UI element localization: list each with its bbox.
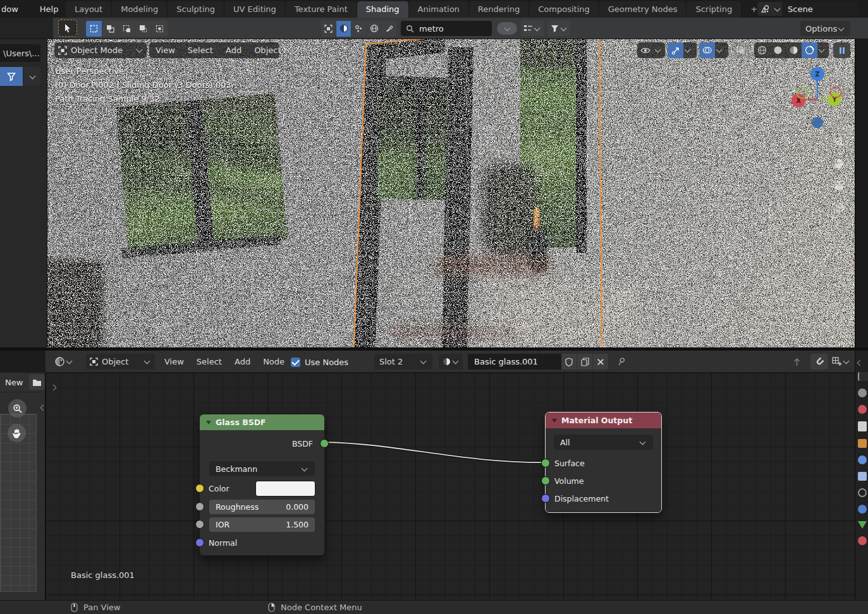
tab-uv-editing[interactable]: UV Editing — [224, 1, 286, 18]
roughness-slider[interactable]: Roughness 0.000 — [209, 500, 315, 514]
tab-object-icon[interactable] — [858, 472, 867, 481]
distribution-dropdown[interactable]: Beckmann — [209, 461, 315, 476]
tab-shading[interactable]: Shading — [357, 1, 409, 18]
filter-button[interactable] — [547, 21, 570, 36]
gizmo-neg-z-axis[interactable] — [812, 117, 823, 128]
select-subtract-button[interactable] — [119, 21, 135, 37]
color-input-socket[interactable] — [195, 484, 204, 493]
fake-user-button[interactable] — [561, 354, 577, 370]
cursor-tool-button[interactable] — [58, 20, 77, 37]
material-slot-selector[interactable]: Slot 2 — [374, 354, 432, 370]
filter-toggle-button[interactable] — [0, 67, 23, 86]
tab-data-icon[interactable] — [858, 521, 867, 529]
xray-toggle[interactable] — [732, 42, 749, 58]
mode-selector[interactable]: Object Mode — [54, 42, 147, 58]
color-swatch[interactable] — [255, 481, 315, 497]
tab-viewlayer-icon[interactable] — [858, 421, 867, 431]
menu-view[interactable]: View — [149, 45, 181, 55]
select-intersect-button[interactable] — [152, 21, 168, 37]
image-new-button[interactable]: New — [0, 378, 28, 387]
gizmo-neg-x-axis[interactable] — [830, 87, 842, 99]
tab-sculpting[interactable]: Sculpting — [168, 1, 224, 18]
select-invert-button[interactable] — [135, 21, 151, 37]
select-set-button[interactable] — [86, 21, 102, 37]
shading-material-button[interactable] — [786, 42, 802, 58]
visibility-dropdown[interactable] — [637, 42, 665, 58]
tab-modifier-icon[interactable] — [858, 488, 867, 497]
tab-render-icon[interactable] — [858, 388, 867, 397]
normal-input-socket[interactable] — [195, 538, 204, 547]
zoom-control[interactable] — [830, 133, 849, 152]
shader-type-selector[interactable]: Object — [86, 354, 155, 370]
shading-rendered-button[interactable] — [802, 42, 817, 58]
menu-add[interactable]: Add — [219, 45, 248, 55]
menu-select[interactable]: Select — [181, 45, 219, 55]
new-material-button[interactable] — [577, 354, 592, 370]
displacement-input-socket[interactable] — [541, 494, 550, 503]
image-zoom-gizmo[interactable] — [8, 399, 27, 418]
viewport-3d[interactable]: Object Mode View Select Add Object — [47, 39, 855, 347]
filepath-field[interactable]: \Users\... — [0, 44, 40, 62]
menu-select[interactable]: Select — [190, 357, 228, 366]
menu-add[interactable]: Add — [228, 357, 257, 366]
filter-options-chevron[interactable] — [24, 67, 40, 86]
gizmos-toggle[interactable] — [668, 42, 683, 58]
camera-view-control[interactable] — [830, 174, 849, 197]
tab-tool-icon[interactable] — [858, 372, 868, 381]
gizmo-dropdown[interactable] — [668, 42, 697, 58]
select-extend-button[interactable] — [102, 21, 118, 37]
snapping-button[interactable] — [810, 354, 828, 370]
unlink-material-button[interactable] — [593, 354, 608, 370]
gizmo-z-axis[interactable]: Z — [810, 67, 824, 81]
pan-control[interactable] — [830, 152, 849, 174]
editor-type-button[interactable] — [54, 354, 73, 370]
properties-expand-arrow[interactable] — [857, 360, 864, 366]
tab-animation[interactable]: Animation — [409, 1, 469, 18]
collapse-icon[interactable] — [552, 419, 557, 423]
tab-world-icon[interactable] — [858, 455, 867, 464]
shading-wireframe-button[interactable] — [754, 42, 770, 58]
go-to-parent-button[interactable] — [789, 354, 804, 370]
window-menu[interactable]: dow — [0, 4, 25, 14]
menu-node[interactable]: Node — [257, 357, 291, 366]
tab-compositing[interactable]: Compositing — [529, 1, 599, 18]
region-collapse-arrow[interactable] — [40, 405, 47, 411]
overlays-toggle[interactable] — [699, 42, 715, 58]
tab-scene-icon[interactable] — [858, 439, 867, 448]
roughness-input-socket[interactable] — [195, 502, 204, 511]
tab-physics-icon[interactable] — [858, 505, 867, 514]
scene-name-field[interactable]: Scene — [782, 2, 859, 16]
surface-input-socket[interactable] — [541, 459, 550, 467]
material-name-field[interactable]: Basic glass.001 — [468, 354, 561, 370]
filter-object-icon[interactable] — [321, 21, 336, 37]
tab-output-icon[interactable] — [858, 405, 867, 414]
display-mode-button[interactable] — [521, 21, 544, 36]
tab-modeling[interactable]: Modeling — [112, 1, 168, 18]
search-input[interactable] — [418, 23, 484, 34]
bsdf-output-socket[interactable] — [320, 439, 329, 448]
menu-object[interactable]: Object — [248, 45, 287, 55]
use-nodes-checkbox[interactable]: Use Nodes — [291, 356, 348, 368]
filter-brush-icon[interactable] — [382, 21, 396, 37]
filter-material-icon[interactable] — [336, 21, 351, 37]
tab-scripting[interactable]: Scripting — [687, 1, 742, 18]
tab-texture-paint[interactable]: Texture Paint — [286, 1, 357, 18]
filter-particles-icon[interactable] — [351, 21, 366, 37]
search-collapse-pill[interactable] — [497, 22, 517, 35]
output-target-dropdown[interactable]: All — [554, 435, 653, 450]
ior-slider[interactable]: IOR 1.500 — [209, 517, 315, 532]
menu-view[interactable]: View — [158, 357, 190, 366]
image-pan-gizmo[interactable] — [8, 424, 26, 442]
node-glass-bsdf[interactable]: Glass BSDF BSDF Beckmann Color Roughness… — [199, 414, 325, 556]
tab-geometry-nodes[interactable]: Geometry Nodes — [599, 1, 687, 18]
node-material-output[interactable]: Material Output All Surface Volume Displ… — [545, 412, 662, 513]
tab-material-icon[interactable] — [858, 536, 867, 545]
tab-rendering[interactable]: Rendering — [469, 1, 529, 18]
perspective-toggle-control[interactable] — [830, 197, 849, 219]
material-browse-button[interactable] — [439, 354, 463, 370]
editor-overlays-dropdown[interactable] — [832, 354, 850, 370]
scene-selector[interactable]: Scene — [757, 2, 859, 16]
ior-input-socket[interactable] — [195, 520, 204, 529]
volume-input-socket[interactable] — [541, 476, 550, 485]
options-button[interactable]: Options — [800, 21, 850, 36]
